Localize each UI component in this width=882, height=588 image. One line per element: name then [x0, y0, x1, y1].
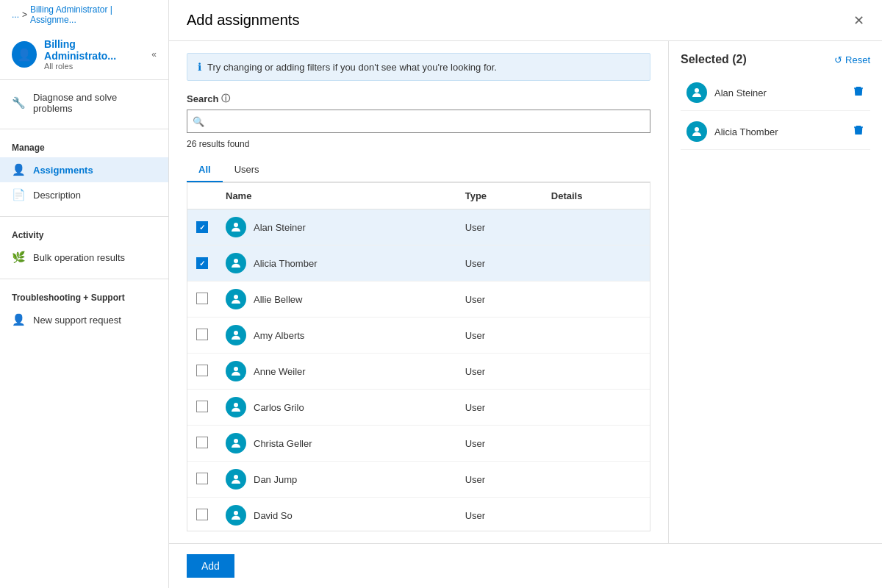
modal-title: Add assignments [187, 12, 299, 29]
selected-item-left: Alan Steiner [686, 82, 767, 103]
user-name: Alan Steiner [254, 222, 306, 233]
checkbox-unchecked[interactable] [196, 329, 208, 340]
description-icon: 📄 [12, 188, 26, 201]
svg-point-7 [234, 475, 238, 479]
checkbox-unchecked[interactable] [196, 293, 208, 304]
checkbox-cell[interactable] [187, 318, 217, 354]
table-row[interactable]: Dan Jump User [187, 462, 650, 498]
checkbox-cell[interactable] [187, 390, 217, 426]
user-name: Carlos Grilo [254, 402, 304, 413]
col-type: Type [456, 183, 542, 209]
table-row[interactable]: David So User [187, 498, 650, 532]
main-content: Add assignments ✕ ℹ Try changing or addi… [169, 0, 882, 588]
reset-button[interactable]: ↺ Reset [834, 54, 870, 65]
svg-point-6 [234, 439, 238, 443]
table-row[interactable]: Alan Steiner User [187, 209, 650, 245]
wrench-icon: 🔧 [12, 96, 26, 110]
user-avatar [226, 253, 246, 273]
breadcrumb-dots[interactable]: ... [12, 10, 19, 20]
checkbox-cell[interactable] [187, 426, 217, 462]
user-avatar [226, 433, 246, 453]
add-button[interactable]: Add [187, 554, 234, 578]
selected-list: Alan Steiner Alicia Thomber [681, 75, 870, 150]
svg-point-3 [234, 331, 238, 335]
manage-section-title: Manage [0, 138, 168, 157]
table-row[interactable]: Christa Geller User [187, 426, 650, 462]
name-cell: Christa Geller [217, 426, 456, 462]
checkbox-checked[interactable] [196, 221, 208, 233]
sidebar-item-description[interactable]: 📄 Description [0, 182, 168, 207]
user-name: Christa Geller [254, 438, 312, 449]
sidebar-item-bulk-label: Bulk operation results [33, 252, 125, 263]
table-header: Name Type Details [187, 183, 650, 209]
right-panel: Selected (2) ↺ Reset Alan Steiner [669, 41, 882, 543]
info-banner: ℹ Try changing or adding filters if you … [187, 53, 650, 81]
details-cell [542, 426, 650, 462]
checkbox-unchecked[interactable] [196, 401, 208, 412]
user-name: Dan Jump [254, 474, 297, 485]
type-cell: User [456, 426, 542, 462]
search-input[interactable] [187, 110, 650, 133]
left-panel: ℹ Try changing or adding filters if you … [169, 41, 669, 543]
user-avatar [226, 325, 246, 345]
breadcrumb-link[interactable]: Billing Administrator | Assignme... [30, 4, 157, 25]
user-avatar [226, 505, 246, 526]
tab-all[interactable]: All [187, 158, 223, 182]
search-info-icon[interactable]: ⓘ [221, 93, 230, 105]
sidebar-item-support[interactable]: 👤 New support request [0, 307, 168, 332]
table-row[interactable]: Anne Weiler User [187, 354, 650, 390]
user-name: David So [254, 510, 293, 521]
svg-point-2 [234, 295, 238, 299]
checkbox-unchecked[interactable] [196, 365, 208, 376]
sidebar-collapse-button[interactable]: « [151, 49, 157, 60]
reset-icon: ↺ [834, 54, 842, 65]
modal-body: ℹ Try changing or adding filters if you … [169, 41, 882, 543]
delete-icon[interactable] [853, 85, 864, 100]
table-row[interactable]: Amy Alberts User [187, 318, 650, 354]
modal-footer: Add [169, 543, 882, 588]
table-row[interactable]: Alicia Thomber User [187, 245, 650, 282]
name-cell: Allie Bellew [217, 282, 456, 318]
checkbox-cell[interactable] [187, 245, 217, 282]
svg-point-4 [234, 367, 238, 371]
bulk-icon: 🌿 [12, 251, 26, 264]
details-cell [542, 390, 650, 426]
col-name: Name [217, 183, 456, 209]
details-cell [542, 282, 650, 318]
avatar-icon: 👤 [17, 48, 32, 62]
search-label-text: Search [187, 93, 218, 104]
user-table: Name Type Details Alan Steiner User [187, 183, 650, 531]
checkbox-unchecked[interactable] [196, 509, 208, 520]
table-row[interactable]: Carlos Grilo User [187, 390, 650, 426]
checkbox-cell[interactable] [187, 498, 217, 532]
checkbox-unchecked[interactable] [196, 473, 208, 484]
results-count: 26 results found [187, 139, 650, 149]
modal-close-button[interactable]: ✕ [853, 14, 864, 27]
breadcrumb: ... > Billing Administrator | Assignme..… [0, 0, 168, 29]
user-avatar [226, 217, 246, 237]
sidebar-item-assignments[interactable]: 👤 Assignments [0, 157, 168, 182]
selected-item: Alan Steiner [681, 75, 870, 111]
selected-user-name: Alan Steiner [714, 87, 767, 98]
user-avatar [226, 397, 246, 417]
checkbox-unchecked[interactable] [196, 437, 208, 448]
details-cell [542, 462, 650, 498]
type-cell: User [456, 282, 542, 318]
sidebar-item-bulk[interactable]: 🌿 Bulk operation results [0, 245, 168, 270]
selected-user-name: Alicia Thomber [714, 126, 778, 137]
tab-users[interactable]: Users [223, 158, 271, 182]
checkbox-checked[interactable] [196, 257, 208, 269]
sidebar-item-diagnose[interactable]: 🔧 Diagnose and solve problems [0, 86, 168, 120]
checkbox-cell[interactable] [187, 282, 217, 318]
checkbox-cell[interactable] [187, 209, 217, 245]
delete-icon[interactable] [853, 124, 864, 139]
user-icon: 👤 [12, 163, 26, 176]
sidebar-subtitle: All roles [44, 62, 144, 71]
selected-title: Selected (2) [681, 53, 747, 66]
table-row[interactable]: Allie Bellew User [187, 282, 650, 318]
divider-activity [0, 216, 168, 217]
type-cell: User [456, 498, 542, 532]
checkbox-cell[interactable] [187, 462, 217, 498]
sidebar-title-group: Billing Administrato... All roles [44, 38, 144, 71]
checkbox-cell[interactable] [187, 354, 217, 390]
